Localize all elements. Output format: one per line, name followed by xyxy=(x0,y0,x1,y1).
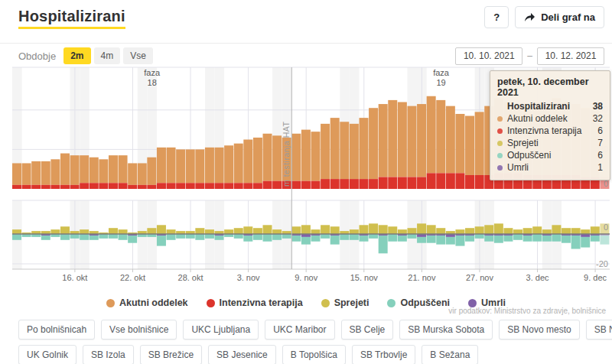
date-to-input[interactable] xyxy=(537,47,604,65)
hospital-filter-sb-bre-ice[interactable]: SB Brežice xyxy=(140,345,202,364)
legend-dot-icon xyxy=(321,299,330,307)
series-dot-icon xyxy=(497,165,503,171)
hospital-filter-sb-izola[interactable]: SB Izola xyxy=(83,345,134,364)
tooltip-row-value: 1 xyxy=(589,161,603,174)
legend-label: Odpuščeni xyxy=(400,297,450,308)
period-button-4m[interactable]: 4m xyxy=(94,47,121,64)
legend-item-odpu-eni[interactable]: Odpuščeni xyxy=(387,297,450,308)
tooltip-date-title: petek, 10. december 2021 xyxy=(497,76,603,98)
period-button-vse[interactable]: Vse xyxy=(123,47,153,64)
tooltip-row-value: 6 xyxy=(589,125,603,137)
tooltip-row-intenzivna-terapija: Intenzivna terapija6 xyxy=(497,125,603,137)
svg-text:19: 19 xyxy=(436,78,445,87)
hospital-filter-ukc-ljubljana[interactable]: UKC Ljubljana xyxy=(183,320,259,340)
svg-text:27. nov: 27. nov xyxy=(466,273,494,282)
legend-item-sprejeti[interactable]: Sprejeti xyxy=(321,297,369,308)
svg-text:22. okt: 22. okt xyxy=(120,273,145,282)
legend-label: Akutni oddelek xyxy=(119,297,188,308)
share-button[interactable]: Deli graf na xyxy=(515,6,604,28)
tooltip-row-label: Umrli xyxy=(507,161,589,174)
legend-item-intenzivna-terapija[interactable]: Intenzivna terapija xyxy=(207,297,303,308)
period-button-2m[interactable]: 2m xyxy=(63,47,90,64)
tooltip-row-label: Intenzivna terapija xyxy=(507,125,589,137)
data-source-note: vir podatkov: Ministrstvo za zdravje, bo… xyxy=(448,307,606,315)
svg-text:m testiranja HAT: m testiranja HAT xyxy=(282,122,291,187)
tooltip-row-label: Odpuščeni xyxy=(507,149,589,161)
hospital-filter-b-topol-ica[interactable]: B Topolšica xyxy=(282,345,346,364)
svg-text:faza: faza xyxy=(433,68,450,77)
svg-text:9. nov: 9. nov xyxy=(295,273,317,282)
page-title: Hospitalizirani xyxy=(18,8,125,29)
share-button-label: Deli graf na xyxy=(541,11,595,23)
hospital-filter-vse-bolni-nice[interactable]: Vse bolnišnice xyxy=(101,320,177,340)
svg-text:0: 0 xyxy=(604,223,608,232)
legend-label: Intenzivna terapija xyxy=(220,297,303,308)
hospital-filter-sb-nova-gorica[interactable]: SB Nova Gorica xyxy=(586,320,612,340)
tooltip-row-odpu-eni: Odpuščeni6 xyxy=(497,149,603,161)
help-button[interactable]: ? xyxy=(484,6,509,28)
tooltip-row-value: 32 xyxy=(589,112,603,125)
svg-text:-20: -20 xyxy=(596,259,608,268)
hospital-filter-sb-novo-mesto[interactable]: SB Novo mesto xyxy=(499,320,579,340)
svg-text:9. dec: 9. dec xyxy=(584,273,607,282)
tooltip-row-umrli: Umrli1 xyxy=(497,161,603,174)
tooltip-row-hospitalizirani: Hospitalizirani38 xyxy=(497,100,603,112)
legend-item-akutni-oddelek[interactable]: Akutni oddelek xyxy=(106,297,188,308)
legend-dot-icon xyxy=(387,299,396,307)
hospital-filters: Po bolnišnicahVse bolnišniceUKC Ljubljan… xyxy=(18,320,604,364)
tooltip-row-label: Akutni oddelek xyxy=(507,112,589,125)
legend-dot-icon xyxy=(106,299,115,307)
hospital-filter-sb-celje[interactable]: SB Celje xyxy=(341,320,394,340)
svg-text:28. okt: 28. okt xyxy=(178,273,203,282)
series-dot-icon xyxy=(497,141,503,146)
hospital-filter-sb-murska-sobota[interactable]: SB Murska Sobota xyxy=(399,320,493,340)
hospital-filter-b-se-ana[interactable]: B Sežana xyxy=(422,345,478,364)
hospital-filter-sb-trbovlje[interactable]: SB Trbovlje xyxy=(352,345,415,364)
svg-text:15. nov: 15. nov xyxy=(350,273,379,282)
period-label: Obdobje xyxy=(18,50,56,62)
series-dot-icon xyxy=(497,116,503,122)
svg-text:21. nov: 21. nov xyxy=(408,273,436,282)
hospital-filter-uk-golnik[interactable]: UK Golnik xyxy=(18,345,76,364)
tooltip-row-value: 6 xyxy=(589,149,603,161)
tooltip-row-label: Hospitalizirani xyxy=(507,100,589,112)
legend-label: Sprejeti xyxy=(334,297,369,308)
tooltip-row-value: 7 xyxy=(589,137,603,149)
share-arrow-icon xyxy=(524,12,536,22)
svg-text:16. okt: 16. okt xyxy=(62,273,87,282)
header-divider xyxy=(0,43,612,44)
date-from-input[interactable] xyxy=(455,47,522,65)
series-dot-icon xyxy=(497,128,503,134)
series-dot-icon xyxy=(497,153,503,158)
legend-dot-icon xyxy=(468,299,477,307)
tooltip-row-value: 38 xyxy=(589,100,603,112)
hospital-filter-ukc-maribor[interactable]: UKC Maribor xyxy=(265,320,334,340)
hospital-filter-po-bolni-nicah[interactable]: Po bolnišnicah xyxy=(18,320,95,340)
svg-text:3. nov: 3. nov xyxy=(237,273,260,282)
svg-text:18: 18 xyxy=(148,78,157,87)
svg-text:faza: faza xyxy=(144,68,161,77)
tooltip-row-label: Sprejeti xyxy=(507,137,589,149)
controls-bar: Obdobje 2m4mVse – xyxy=(18,47,604,65)
top-actions: ? Deli graf na xyxy=(484,6,604,28)
tooltip-row-sprejeti: Sprejeti7 xyxy=(497,137,603,149)
tooltip-row-akutni-oddelek: Akutni oddelek32 xyxy=(497,112,603,125)
period-button-group: 2m4mVse xyxy=(63,47,153,64)
date-range-separator: – xyxy=(527,50,532,61)
legend-dot-icon xyxy=(207,299,215,307)
question-mark-icon: ? xyxy=(493,11,500,23)
hospital-filter-sb-jesenice[interactable]: SB Jesenice xyxy=(208,345,276,364)
chart-tooltip: petek, 10. december 2021 Hospitalizirani… xyxy=(490,70,610,180)
svg-text:3. dec: 3. dec xyxy=(526,273,549,282)
